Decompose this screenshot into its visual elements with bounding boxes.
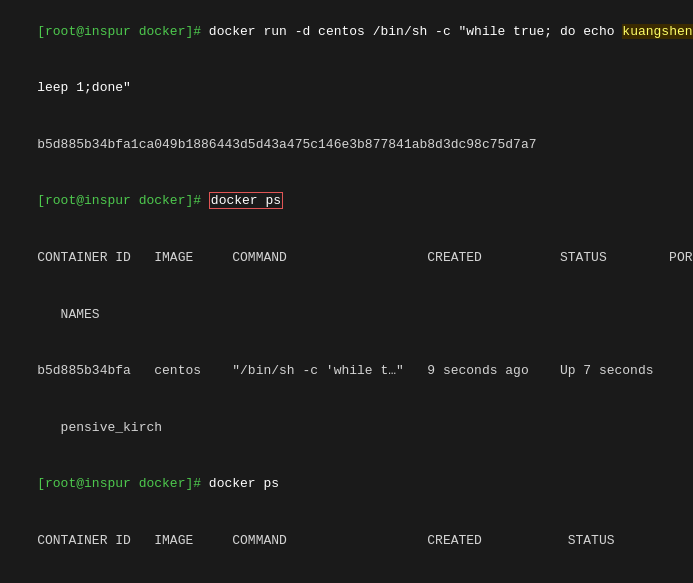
line-3: [root@inspur docker]# docker ps [6, 174, 687, 231]
hash-output: b5d885b34bfa1ca049b1886443d5d43a475c146e… [37, 137, 536, 152]
cmd-dockerps-1[interactable]: docker ps [209, 192, 283, 209]
line-2: b5d885b34bfa1ca049b1886443d5d43a475c146e… [6, 117, 687, 174]
prompt-1: [root@inspur docker]# [37, 24, 209, 39]
line-6: [root@inspur docker]# docker ps [6, 456, 687, 513]
table-header-1: CONTAINER ID IMAGE COMMAND CREATED STATU… [37, 250, 693, 265]
line-4-names: NAMES [6, 287, 687, 344]
line-4-header: CONTAINER ID IMAGE COMMAND CREATED STATU… [6, 230, 687, 287]
cmd-1b: leep 1;done" [37, 80, 131, 95]
container-name-1: pensive_kirch [37, 420, 162, 435]
line-7-ts-names: TS NAMES [6, 569, 687, 583]
table-names-1: NAMES [37, 307, 99, 322]
cmd-dockerps-2: docker ps [209, 476, 279, 491]
line-5-name: pensive_kirch [6, 400, 687, 457]
terminal: [root@inspur docker]# docker run -d cent… [0, 0, 693, 583]
line-5-row: b5d885b34bfa centos "/bin/sh -c 'while t… [6, 343, 687, 400]
prompt-3: [root@inspur docker]# [37, 193, 209, 208]
line-1b: leep 1;done" [6, 61, 687, 118]
prompt-6: [root@inspur docker]# [37, 476, 209, 491]
line-7-header: CONTAINER ID IMAGE COMMAND CREATED STATU… [6, 513, 687, 570]
cmd-1: docker run -d centos /bin/sh -c "while t… [209, 24, 693, 39]
container-row-1: b5d885b34bfa centos "/bin/sh -c 'while t… [37, 363, 653, 378]
table-header-2: CONTAINER ID IMAGE COMMAND CREATED STATU… [37, 533, 693, 548]
line-1: [root@inspur docker]# docker run -d cent… [6, 4, 687, 61]
